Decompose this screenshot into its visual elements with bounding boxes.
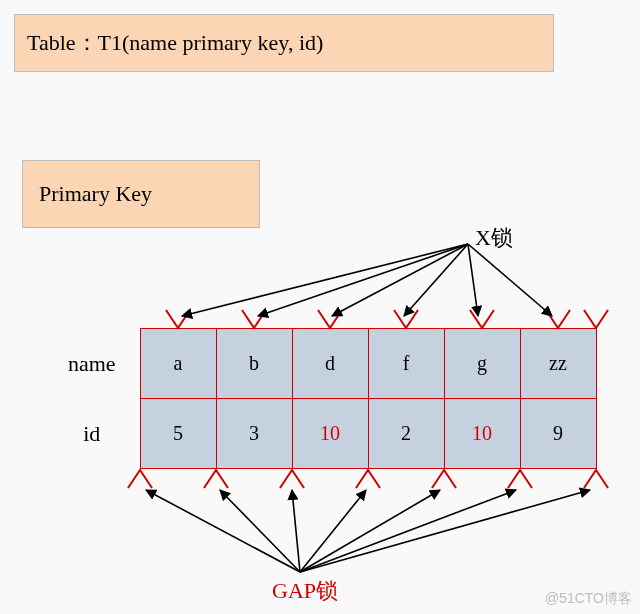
x-lock-arrows xyxy=(182,244,552,316)
index-table: name a b d f g zz id 5 3 10 2 10 9 xyxy=(44,328,597,469)
svg-line-1 xyxy=(258,244,468,316)
cell-id-0: 5 xyxy=(140,399,216,469)
cell-id-4: 10 xyxy=(444,399,520,469)
cell-id-3: 2 xyxy=(368,399,444,469)
cell-name-1: b xyxy=(216,329,292,399)
cell-id-1: 3 xyxy=(216,399,292,469)
svg-line-4 xyxy=(468,244,478,316)
svg-line-10 xyxy=(300,490,440,572)
row-header-id: id xyxy=(44,399,140,469)
primary-key-label: Primary Key xyxy=(39,181,152,207)
svg-line-3 xyxy=(404,244,468,316)
svg-line-2 xyxy=(332,244,468,316)
svg-line-0 xyxy=(182,244,468,316)
primary-key-box: Primary Key xyxy=(22,160,260,228)
gap-tick-marks xyxy=(128,470,608,488)
table-definition-text: Table：T1(name primary key, id) xyxy=(27,28,323,58)
svg-line-12 xyxy=(300,490,590,572)
svg-line-7 xyxy=(220,490,300,572)
cell-name-2: d xyxy=(292,329,368,399)
svg-line-9 xyxy=(300,490,366,572)
record-tick-marks xyxy=(166,310,608,328)
table-row: name a b d f g zz xyxy=(44,329,596,399)
svg-line-11 xyxy=(300,490,516,572)
cell-name-4: g xyxy=(444,329,520,399)
cell-id-5: 9 xyxy=(520,399,596,469)
watermark: @51CTO博客 xyxy=(545,590,632,608)
row-header-name: name xyxy=(44,329,140,399)
table-row: id 5 3 10 2 10 9 xyxy=(44,399,596,469)
gap-lock-label: GAP锁 xyxy=(272,576,338,606)
lock-arrows-overlay xyxy=(0,0,640,614)
cell-name-3: f xyxy=(368,329,444,399)
cell-name-0: a xyxy=(140,329,216,399)
x-lock-label: X锁 xyxy=(475,223,513,253)
cell-name-5: zz xyxy=(520,329,596,399)
svg-line-8 xyxy=(292,490,300,572)
cell-id-2: 10 xyxy=(292,399,368,469)
gap-lock-arrows xyxy=(146,490,590,572)
table-definition-box: Table：T1(name primary key, id) xyxy=(14,14,554,72)
svg-line-6 xyxy=(146,490,300,572)
svg-line-5 xyxy=(468,244,552,316)
